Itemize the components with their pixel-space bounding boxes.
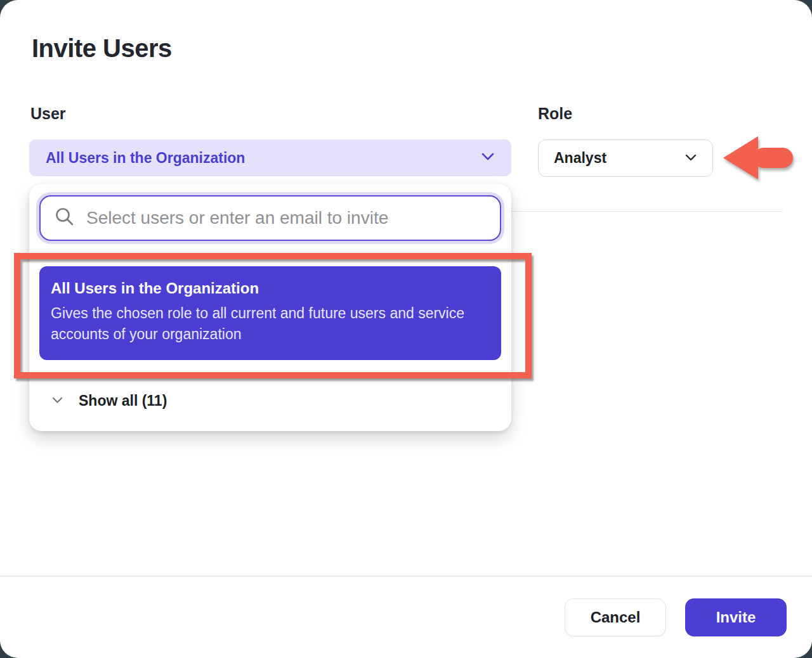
show-all-toggle[interactable]: Show all (11) (29, 385, 511, 416)
role-field-label: Role (538, 105, 572, 123)
role-select[interactable]: Analyst (538, 139, 713, 177)
option-all-users[interactable]: All Users in the Organization Gives the … (39, 266, 501, 360)
invite-button[interactable]: Invite (685, 598, 787, 636)
chevron-down-icon (52, 395, 63, 406)
search-icon (55, 207, 75, 229)
option-title: All Users in the Organization (51, 280, 490, 297)
page-title: Invite Users (32, 34, 172, 63)
user-select[interactable]: All Users in the Organization (29, 139, 511, 176)
option-description: Gives the chosen role to all current and… (51, 303, 488, 345)
user-dropdown-panel: All Users in the Organization Gives the … (29, 184, 511, 431)
footer-divider (0, 576, 812, 577)
user-select-value: All Users in the Organization (46, 150, 245, 167)
show-all-label: Show all (11) (79, 392, 167, 410)
chevron-down-icon (481, 152, 495, 164)
role-select-value: Analyst (554, 150, 606, 167)
user-search-box[interactable] (39, 195, 501, 241)
invite-users-dialog: Invite Users User Role All Users in the … (0, 0, 812, 658)
red-arrow-annotation-icon (723, 134, 794, 181)
user-field-label: User (30, 105, 66, 123)
chevron-down-icon (684, 153, 697, 164)
cancel-button[interactable]: Cancel (565, 598, 666, 636)
search-input[interactable] (85, 207, 486, 229)
